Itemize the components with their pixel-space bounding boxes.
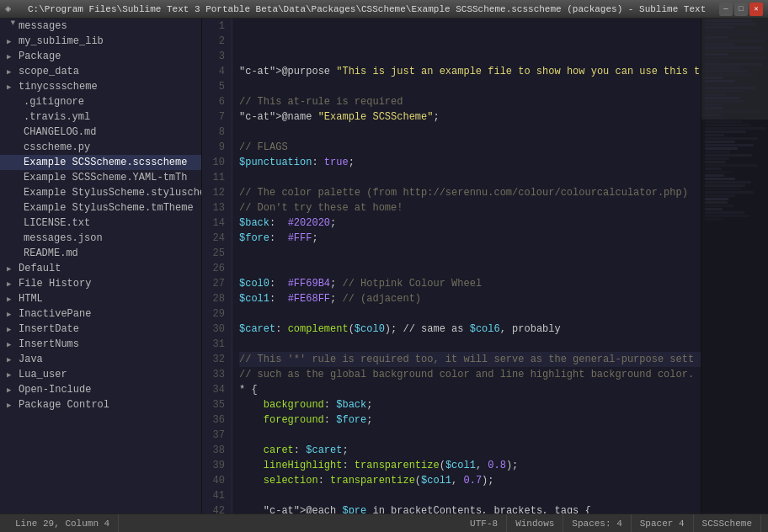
- folder-label-Package: Package: [19, 51, 61, 62]
- sidebar-item-InsertNums[interactable]: ▶InsertNums: [0, 337, 201, 352]
- code-line-14: [239, 261, 701, 276]
- line-num-27: 27: [202, 276, 228, 291]
- line-num-14: 14: [202, 215, 228, 231]
- statusbar: Line 29, Column 4 UTF-8 Windows Spaces: …: [0, 513, 768, 532]
- maximize-button[interactable]: □: [734, 3, 748, 16]
- sidebar-item-LICENSE[interactable]: LICENSE.txt: [0, 215, 201, 231]
- sidebar-item-Java[interactable]: ▶Java: [0, 352, 201, 367]
- code-line-5: [239, 125, 701, 140]
- line-num-36: 36: [202, 412, 228, 428]
- folder-arrow-OpenInclude: ▶: [7, 386, 19, 395]
- minimize-button[interactable]: ─: [719, 3, 733, 16]
- status-line-endings[interactable]: Windows: [507, 514, 563, 532]
- folder-arrow-InactivePane: ▶: [7, 310, 19, 319]
- line-num-6: 6: [202, 94, 228, 109]
- sidebar-item-travis[interactable]: .travis.yml: [0, 109, 201, 125]
- file-label-travis: .travis.yml: [24, 111, 90, 123]
- sidebar-item-ExampleStylusTheme[interactable]: Example StylusScheme.tmTheme: [0, 200, 201, 215]
- sidebar-item-Default[interactable]: ▶Default: [0, 261, 201, 276]
- sidebar-item-messages_json[interactable]: messages.json: [0, 231, 201, 246]
- sidebar-item-ExampleSCSYAML[interactable]: Example SCSScheme.YAML-tmTh: [0, 170, 201, 185]
- code-line-12: $fore: #FFF;: [239, 231, 701, 246]
- code-line-13: [239, 246, 701, 261]
- code-scroll[interactable]: 1234567891011121314242526272829303132333…: [202, 19, 701, 513]
- line-num-1: 1: [202, 19, 228, 34]
- sidebar-item-OpenInclude[interactable]: ▶Open-Include: [0, 382, 201, 397]
- sidebar-item-gitignore[interactable]: .gitignore: [0, 94, 201, 109]
- sidebar-item-scope_data[interactable]: ▶scope_data: [0, 64, 201, 79]
- sidebar-item-InsertDate[interactable]: ▶InsertDate: [0, 322, 201, 337]
- minimap-line: [705, 73, 754, 76]
- sidebar-item-FileHistory[interactable]: ▶File History: [0, 276, 201, 291]
- sidebar-item-csscheme[interactable]: csscheme.py: [0, 140, 201, 155]
- minimap-line: [705, 174, 724, 177]
- minimap-line: [705, 114, 722, 116]
- line-num-11: 11: [202, 170, 228, 185]
- status-encoding[interactable]: UTF-8: [461, 514, 507, 532]
- status-indentation[interactable]: Spaces: 4: [563, 514, 631, 532]
- minimap-line: [705, 53, 728, 56]
- line-num-8: 8: [202, 125, 228, 140]
- code-line-29: // This '*' rule is required too, it wil…: [239, 352, 701, 367]
- line-num-35: 35: [202, 397, 228, 412]
- minimap-line: [705, 218, 723, 221]
- line-num-42: 42: [202, 503, 228, 513]
- sidebar: ▶messages▶my_sublime_lib▶Package▶scope_d…: [0, 19, 202, 513]
- sidebar-item-HTML[interactable]: ▶HTML: [0, 291, 201, 306]
- minimap-line: [705, 26, 735, 29]
- line-num-31: 31: [202, 337, 228, 352]
- minimap-line: [705, 110, 762, 113]
- code-line-33: foreground: $fore;: [239, 412, 701, 428]
- line-num-5: 5: [202, 79, 228, 94]
- code-line-30: // such as the global background color a…: [239, 367, 701, 382]
- folder-arrow-messages: ▶: [8, 20, 18, 32]
- minimap-line: [705, 181, 751, 184]
- folder-label-InsertDate: InsertDate: [19, 323, 79, 335]
- folder-label-Default: Default: [19, 263, 61, 274]
- minimap-line: [705, 188, 741, 190]
- folder-arrow-Package: ▶: [7, 52, 19, 61]
- minimap-line: [705, 194, 735, 197]
- sidebar-item-Lua_user[interactable]: ▶Lua_user: [0, 367, 201, 382]
- folder-arrow-my_sublime_lib: ▶: [7, 37, 19, 46]
- code-line-6: // FLAGS: [239, 140, 701, 155]
- code-line-27: $caret: complement($col0); // same as $c…: [239, 322, 701, 337]
- line-num-25: 25: [202, 246, 228, 261]
- minimap-line: [705, 130, 746, 133]
- sidebar-item-ExampleStylus[interactable]: Example StylusScheme.stylusche: [0, 185, 201, 200]
- minimap-line: [705, 29, 750, 32]
- sidebar-item-tinycssscheme[interactable]: ▶tinycssscheme: [0, 79, 201, 94]
- minimap-line: [705, 161, 726, 163]
- minimap-line: [705, 191, 754, 194]
- folder-label-scope_data: scope_data: [19, 66, 79, 77]
- sidebar-item-Package[interactable]: ▶Package: [0, 49, 201, 64]
- file-label-ExampleSCSYAML: Example SCSScheme.YAML-tmTh: [24, 172, 187, 184]
- file-label-ExampleStylus: Example StylusScheme.stylusche: [24, 187, 201, 199]
- sidebar-item-ExampleSCS[interactable]: Example SCSScheme.scsscheme: [0, 155, 201, 170]
- line-num-12: 12: [202, 185, 228, 200]
- minimap-line: [705, 87, 755, 89]
- sidebar-item-CHANGELOG[interactable]: CHANGELOG.md: [0, 125, 201, 140]
- folder-label-OpenInclude: Open-Include: [19, 384, 91, 396]
- sidebar-item-messages[interactable]: ▶messages: [0, 19, 201, 34]
- sidebar-item-PackageControl[interactable]: ▶Package Control: [0, 397, 201, 412]
- minimap-line: [705, 56, 766, 59]
- minimap-line: [705, 134, 724, 136]
- folder-arrow-Lua_user: ▶: [7, 370, 19, 380]
- line-num-24: 24: [202, 231, 228, 246]
- code-line-38: [239, 488, 701, 503]
- code-line-39: "c-at">@each $pre in bracketContents, br…: [239, 503, 701, 513]
- close-button[interactable]: ✕: [749, 3, 763, 16]
- code-line-35: caret: $caret;: [239, 443, 701, 458]
- sidebar-item-InactivePane[interactable]: ▶InactivePane: [0, 306, 201, 322]
- sidebar-item-my_sublime_lib[interactable]: ▶my_sublime_lib: [0, 34, 201, 49]
- code-line-8: [239, 170, 701, 185]
- code-content[interactable]: "c-at">@purpose "This is just an example…: [232, 19, 701, 513]
- sidebar-item-README[interactable]: README.md: [0, 246, 201, 261]
- status-syntax[interactable]: SCSScheme: [694, 514, 761, 532]
- minimap-line: [705, 50, 760, 52]
- line-num-3: 3: [202, 49, 228, 64]
- folder-label-FileHistory: File History: [19, 278, 91, 290]
- code-line-9: // The color palette (from http://serenn…: [239, 185, 701, 200]
- line-num-38: 38: [202, 443, 228, 458]
